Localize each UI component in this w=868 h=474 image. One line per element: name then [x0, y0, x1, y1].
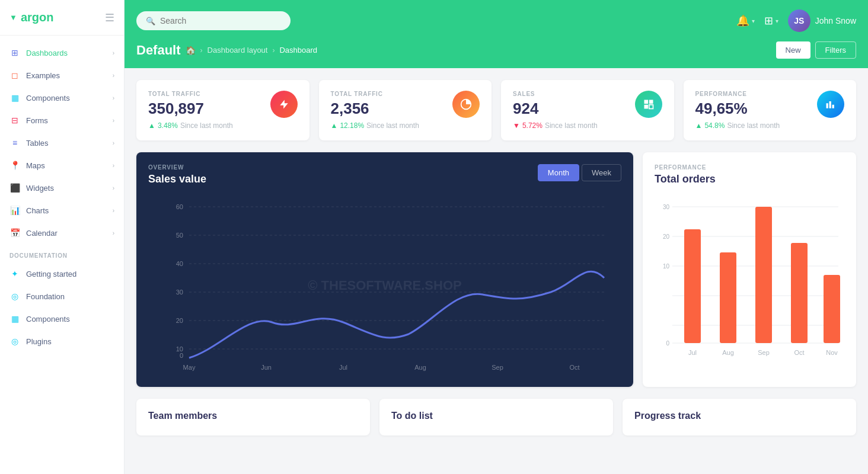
stat-icon-sales: [635, 91, 662, 118]
brand-logo: ▼ argon: [9, 11, 53, 24]
toggle-month[interactable]: Month: [538, 164, 579, 181]
nav-label-widgets: Widgets: [26, 184, 54, 193]
svg-text:10: 10: [663, 263, 670, 270]
nav-chevron-dashboards: ›: [113, 50, 114, 56]
nav-chevron-calendar: ›: [113, 230, 114, 236]
bar-oct: [791, 243, 808, 343]
stat-icon-traffic1: [270, 91, 298, 118]
stat-value-sales: 924: [513, 100, 538, 118]
svg-text:50: 50: [176, 232, 183, 239]
tables-icon: ≡: [9, 137, 20, 148]
progress-track-card: Progress track: [623, 399, 856, 435]
todo-list-title: To do list: [391, 411, 601, 421]
breadcrumb-sep-2: ›: [272, 46, 275, 55]
stat-card-traffic1: TOTAL TRAFFIC 350,897 ▲ 3.48% Since last…: [136, 80, 309, 140]
performance-card: PERFORMANCE Total orders 30 20 10 0: [643, 152, 856, 387]
svg-text:Aug: Aug: [414, 364, 426, 371]
breadcrumb-actions: New Filters: [776, 41, 856, 59]
svg-text:Aug: Aug: [722, 349, 734, 356]
content-area: TOTAL TRAFFIC 350,897 ▲ 3.48% Since last…: [125, 68, 868, 474]
stat-change-traffic1: ▲ 3.48% Since last month: [148, 121, 298, 130]
new-button[interactable]: New: [776, 41, 810, 59]
header: 🔍 🔔 ▾ ⊞ ▾ JS John Snow: [125, 0, 868, 41]
nav-label-charts: Charts: [26, 206, 49, 215]
svg-rect-1: [644, 100, 648, 104]
sidebar-item-tables[interactable]: ≡ Tables ›: [0, 132, 124, 154]
stat-label-traffic2: TOTAL TRAFFIC: [331, 91, 383, 97]
avatar: JS: [788, 9, 810, 32]
nav-chevron-examples: ›: [113, 72, 114, 79]
nav-label-plugins: Plugins: [26, 337, 52, 346]
svg-text:Jun: Jun: [261, 364, 272, 371]
getting-started-icon: ✦: [9, 268, 20, 279]
nav-label-maps: Maps: [26, 161, 45, 170]
sidebar-item-charts[interactable]: 📊 Charts ›: [0, 199, 124, 222]
svg-text:Jul: Jul: [688, 349, 697, 356]
svg-text:Sep: Sep: [492, 364, 503, 371]
nav-chevron-widgets: ›: [113, 185, 114, 191]
doc-components-icon: ▦: [9, 313, 20, 324]
stat-value-performance: 49,65%: [695, 100, 748, 118]
svg-text:Nov: Nov: [826, 349, 838, 356]
breadcrumb-layout[interactable]: Dashboard layout: [208, 46, 268, 55]
toggle-week[interactable]: Week: [582, 164, 621, 181]
brand-name: argon: [21, 11, 54, 24]
plugins-icon: ◎: [9, 336, 20, 347]
sidebar-item-components[interactable]: ▦ Components ›: [0, 87, 124, 109]
sidebar-item-maps[interactable]: 📍 Maps ›: [0, 154, 124, 177]
bell-icon: 🔔: [736, 14, 749, 27]
stat-label-performance: PERFORMANCE: [695, 91, 748, 97]
svg-text:0: 0: [666, 340, 669, 347]
search-icon: 🔍: [146, 17, 155, 25]
svg-text:60: 60: [176, 203, 183, 210]
nav-chevron-maps: ›: [113, 162, 114, 169]
calendar-icon: 📅: [9, 228, 20, 238]
arrow-down-icon: ▼: [513, 121, 520, 130]
sidebar-item-widgets[interactable]: ⬛ Widgets ›: [0, 177, 124, 199]
filters-button[interactable]: Filters: [815, 41, 856, 59]
svg-text:Jul: Jul: [339, 364, 347, 371]
nav-label-doc-components: Components: [26, 315, 70, 324]
stat-label-sales: SALES: [513, 91, 538, 97]
nav-label-foundation: Foundation: [26, 292, 65, 301]
nav-label-getting-started: Getting started: [26, 270, 76, 278]
sidebar-item-dashboards[interactable]: ⊞ Dashboards ›: [0, 41, 124, 64]
breadcrumb-left: Default 🏠 › Dashboard layout › Dashboard: [136, 43, 317, 58]
search-bar[interactable]: 🔍: [136, 11, 291, 30]
nav-chevron-components: ›: [113, 95, 114, 101]
sidebar-item-forms[interactable]: ⊟ Forms ›: [0, 109, 124, 132]
user-area[interactable]: JS John Snow: [788, 9, 856, 32]
sales-chart-title: Sales value: [148, 173, 206, 185]
chart-toggle: Month Week: [538, 164, 621, 181]
bar-aug: [720, 252, 736, 343]
sidebar-item-calendar[interactable]: 📅 Calendar ›: [0, 222, 124, 244]
breadcrumb-current: Dashboard: [279, 46, 317, 55]
hamburger-menu[interactable]: ☰: [105, 11, 114, 24]
sidebar-item-doc-components[interactable]: ▦ Components: [0, 308, 124, 330]
foundation-icon: ◎: [9, 291, 20, 302]
stat-icon-traffic2: [452, 91, 480, 118]
bar-jul: [684, 229, 701, 343]
arrow-up-icon-3: ▲: [695, 121, 703, 130]
sidebar-item-foundation[interactable]: ◎ Foundation: [0, 285, 124, 308]
nav-chevron-forms: ›: [113, 117, 114, 124]
stat-change-sales: ▼ 5.72% Since last month: [513, 121, 662, 130]
sidebar-item-plugins[interactable]: ◎ Plugins: [0, 330, 124, 353]
grid-button[interactable]: ⊞ ▾: [764, 14, 778, 27]
page-title: Default: [136, 43, 181, 58]
svg-rect-3: [644, 105, 648, 109]
sales-chart-header: OVERVIEW Sales value Month Week: [148, 164, 621, 185]
svg-text:40: 40: [176, 260, 183, 267]
notifications-button[interactable]: 🔔 ▾: [736, 14, 755, 27]
svg-text:0: 0: [180, 352, 183, 359]
sidebar-item-examples[interactable]: ◻ Examples ›: [0, 64, 124, 87]
sidebar-item-getting-started[interactable]: ✦ Getting started: [0, 262, 124, 285]
breadcrumb-bar: Default 🏠 › Dashboard layout › Dashboard…: [125, 41, 868, 68]
stat-change-traffic2: ▲ 12.18% Since last month: [331, 121, 480, 130]
home-icon[interactable]: 🏠: [186, 46, 196, 55]
sidebar-nav: ⊞ Dashboards › ◻ Examples › ▦ Components…: [0, 36, 124, 358]
search-input[interactable]: [160, 16, 267, 25]
stat-icon-performance: [817, 91, 844, 118]
performance-title: Total orders: [655, 173, 844, 185]
nav-label-calendar: Calendar: [26, 229, 58, 238]
